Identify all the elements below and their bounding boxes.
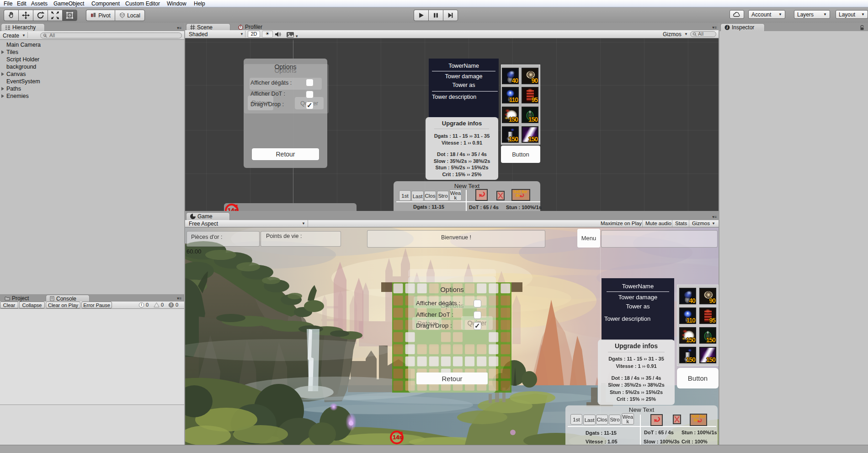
svg-text:!: ! <box>141 302 142 307</box>
svg-text:!: ! <box>170 302 172 307</box>
